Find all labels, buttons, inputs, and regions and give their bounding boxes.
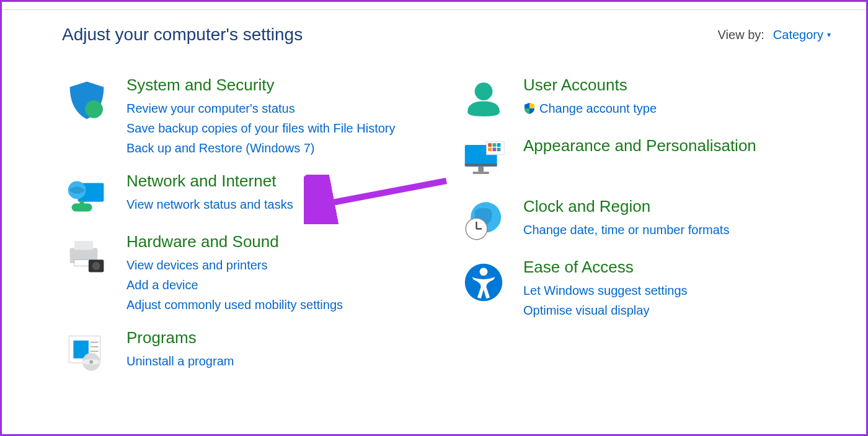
category-clock-region: Clock and Region Change date, time or nu…	[459, 197, 831, 244]
svg-point-35	[480, 268, 488, 276]
link-add-device[interactable]: Add a device	[126, 275, 434, 295]
svg-rect-21	[478, 167, 484, 172]
svg-rect-22	[473, 172, 489, 174]
user-icon	[459, 76, 508, 123]
category-title-clock-region[interactable]: Clock and Region	[523, 197, 831, 216]
svg-rect-26	[497, 143, 501, 147]
svg-rect-25	[492, 143, 496, 147]
svg-point-0	[85, 100, 103, 118]
category-title-hardware-sound[interactable]: Hardware and Sound	[126, 232, 434, 251]
svg-point-17	[89, 360, 93, 364]
link-network-status[interactable]: View network status and tasks	[126, 194, 434, 214]
svg-rect-6	[74, 241, 93, 250]
header-row: Adjust your computer's settings View by:…	[62, 25, 831, 76]
uac-shield-icon	[523, 102, 536, 115]
view-by-dropdown[interactable]: Category ▾	[773, 28, 831, 42]
category-network-internet: Network and Internet View network status…	[62, 172, 434, 219]
svg-rect-29	[497, 147, 501, 151]
svg-rect-20	[465, 164, 497, 166]
link-date-time-formats[interactable]: Change date, time or number formats	[523, 220, 831, 240]
link-review-status[interactable]: Review your computer's status	[126, 98, 434, 118]
link-backup-restore[interactable]: Back up and Restore (Windows 7)	[126, 138, 434, 158]
category-system-security: System and Security Review your computer…	[62, 76, 434, 158]
svg-rect-4	[79, 201, 84, 206]
link-optimise-display[interactable]: Optimise visual display	[523, 300, 831, 320]
top-divider	[2, 9, 866, 10]
category-title-programs[interactable]: Programs	[126, 328, 434, 347]
link-uninstall-program[interactable]: Uninstall a program	[126, 351, 434, 371]
printer-icon	[62, 232, 112, 279]
shield-icon	[62, 76, 112, 123]
category-ease-of-access: Ease of Access Let Windows suggest setti…	[459, 258, 831, 320]
svg-point-18	[475, 82, 493, 100]
category-title-user-accounts[interactable]: User Accounts	[523, 76, 831, 95]
page-title: Adjust your computer's settings	[62, 25, 303, 45]
chevron-down-icon: ▾	[827, 30, 831, 39]
clock-globe-icon	[459, 197, 508, 244]
svg-rect-28	[492, 147, 496, 151]
link-file-history[interactable]: Save backup copies of your files with Fi…	[126, 118, 434, 138]
right-column: User Accounts Change account type	[459, 76, 831, 389]
view-by-label: View by:	[718, 28, 764, 42]
category-title-network-internet[interactable]: Network and Internet	[126, 172, 434, 191]
category-user-accounts: User Accounts Change account type	[459, 76, 831, 123]
accessibility-icon	[459, 258, 508, 305]
programs-icon	[62, 328, 112, 375]
category-title-system-security[interactable]: System and Security	[126, 76, 434, 95]
view-by-value: Category	[773, 28, 823, 42]
network-icon	[62, 172, 112, 219]
category-programs: Programs Uninstall a program	[62, 328, 434, 375]
link-change-account-type[interactable]: Change account type	[523, 98, 831, 118]
link-suggest-settings[interactable]: Let Windows suggest settings	[523, 281, 831, 300]
svg-rect-24	[488, 143, 492, 147]
categories-grid: System and Security Review your computer…	[62, 76, 831, 389]
category-hardware-sound: Hardware and Sound View devices and prin…	[62, 232, 434, 315]
category-title-appearance[interactable]: Appearance and Personalisation	[523, 136, 831, 155]
link-change-account-type-label: Change account type	[539, 98, 657, 118]
left-column: System and Security Review your computer…	[62, 76, 434, 389]
svg-point-9	[92, 262, 100, 270]
category-title-ease-of-access[interactable]: Ease of Access	[523, 258, 831, 277]
control-panel-content: Adjust your computer's settings View by:…	[62, 25, 831, 389]
link-mobility-settings[interactable]: Adjust commonly used mobility settings	[126, 295, 434, 315]
view-by-group: View by: Category ▾	[718, 28, 831, 42]
monitor-icon	[459, 136, 508, 183]
category-appearance: Appearance and Personalisation	[459, 136, 831, 183]
svg-rect-27	[488, 147, 492, 151]
link-devices-printers[interactable]: View devices and printers	[126, 255, 434, 275]
